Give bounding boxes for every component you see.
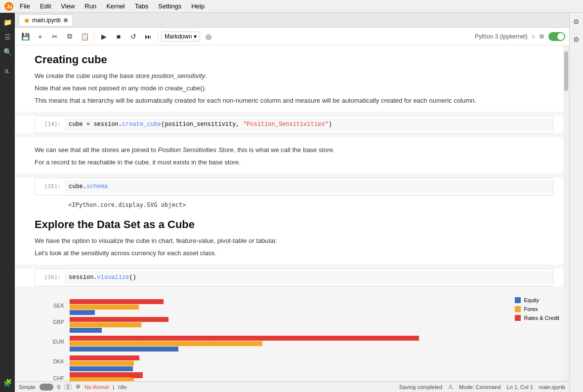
svg-rect-40: [70, 377, 131, 381]
warn-icon: ⚠: [448, 384, 453, 390]
code-cell-15[interactable]: [15]: cube.schema: [35, 178, 553, 196]
dropdown-arrow: ▾: [194, 33, 197, 40]
tab-filename: main.ipynb: [32, 17, 61, 24]
tab-modified-dot: [64, 18, 68, 22]
menu-kernel[interactable]: Kernel: [102, 1, 129, 11]
chart-svg-area: SEK GBP EUR DKK CHF 0 1 2 3: [44, 295, 505, 381]
sidebar-search-icon[interactable]: 🔍: [2, 46, 13, 57]
legend-equity-label: Equity: [524, 297, 539, 303]
output-para-2: For a record to be reachable in the cube…: [35, 157, 553, 168]
menu-help[interactable]: Help: [187, 1, 208, 11]
svg-rect-29: [70, 355, 139, 360]
paste-button[interactable]: 📋: [78, 30, 91, 43]
para-1-1: We create the cube using the base store …: [35, 71, 553, 81]
svg-text:SEK: SEK: [53, 303, 65, 309]
scrollbar-track[interactable]: [563, 45, 569, 381]
toggle-knob: [557, 33, 564, 40]
run-button[interactable]: ▶: [97, 30, 110, 43]
code-text-14-string: "Position_Sensitivities": [243, 121, 329, 128]
app-logo: Ju: [4, 1, 14, 11]
svg-rect-24: [70, 322, 141, 327]
fast-forward-button[interactable]: ⏭: [142, 30, 155, 43]
simple-toggle[interactable]: [40, 384, 53, 391]
code-text-14-close: ): [329, 121, 332, 128]
kernel-spinner[interactable]: ◎: [202, 30, 215, 43]
code-cell-16[interactable]: [16]: session.visualize(): [35, 269, 553, 286]
saving-status: Saving completed: [399, 384, 442, 390]
notebook-content[interactable]: Creating cube We create the cube using t…: [15, 45, 569, 381]
svg-rect-20: [70, 299, 164, 304]
menu-settings[interactable]: Settings: [154, 1, 185, 11]
legend-equity-color: [515, 297, 521, 303]
kernel-sep: |: [113, 384, 114, 390]
status-bar: Simple 0 2 ⚙ No Kernel | Idle Saving com…: [15, 381, 569, 392]
copy-button[interactable]: ⧉: [63, 30, 76, 43]
mode-label: Simple: [19, 384, 36, 390]
restart-button[interactable]: ↺: [127, 30, 140, 43]
code-text-16-prefix: session.: [69, 274, 97, 281]
settings-icon[interactable]: ⚙: [539, 33, 544, 40]
notebook-tab[interactable]: ◉ main.ipynb: [19, 14, 73, 26]
svg-rect-26: [70, 336, 419, 341]
toolbar: 💾 + ✂ ⧉ 📋 ▶ ■ ↺ ⏭ Markdown ▾ ◎ Python 3 …: [15, 28, 569, 45]
heading-explore: Explore the Data Set as a Cube: [35, 218, 553, 231]
cell-container-markdown-2: Explore the Data Set as a Cube We have t…: [15, 210, 563, 265]
code-text-15-prop: schema: [86, 183, 108, 190]
sidebar-user-icon[interactable]: a.: [2, 65, 13, 76]
para-1-2: Note that we have not passed in any mode…: [35, 83, 553, 94]
tab-bar: ◉ main.ipynb: [15, 13, 569, 28]
para-1-3: This means that a hierarchy will be auto…: [35, 96, 553, 106]
cell-number-15: [15]:: [35, 180, 65, 190]
code-text-15-prefix: cube.: [69, 183, 86, 190]
save-button[interactable]: 💾: [19, 30, 32, 43]
right-sidebar: ⚙ ⚙: [569, 13, 583, 392]
stop-button[interactable]: ■: [112, 30, 125, 43]
toolbar-right: Python 3 (ipykernel) ○ ⚙: [475, 32, 565, 41]
cell-type-dropdown[interactable]: Markdown ▾: [161, 32, 200, 41]
simple-mode-toggle[interactable]: [548, 32, 565, 41]
cell-container-code-2: [15]: cube.schema <IPython.core.display.…: [15, 178, 563, 210]
para-2-1: We have the option to visualize the cube…: [35, 236, 553, 246]
menu-run[interactable]: Run: [81, 1, 100, 11]
right-settings-icon[interactable]: ⚙: [572, 17, 582, 27]
ln-col: Ln 1, Col 1: [507, 384, 533, 390]
menu-file[interactable]: File: [16, 1, 34, 11]
menu-edit[interactable]: Edit: [36, 1, 55, 11]
idle-status: Idle: [118, 384, 127, 390]
para-2-2: Let's look at the sensitivity across cur…: [35, 248, 553, 259]
scrollbar-thumb[interactable]: [564, 51, 568, 91]
tab-icon: ◉: [24, 17, 29, 24]
output-text-1: We can see that all the stores are joine…: [35, 137, 553, 174]
code-content-16[interactable]: session.visualize(): [65, 271, 553, 284]
cut-button[interactable]: ✂: [48, 30, 61, 43]
code-content-15[interactable]: cube.schema: [65, 180, 553, 193]
sidebar-menu-icon[interactable]: ☰: [2, 32, 13, 42]
cell-container-code-3: [16]: session.visualize(): [15, 269, 563, 286]
legend-rates-label: Rates & Credit: [524, 315, 559, 321]
sidebar-folder-icon[interactable]: 📁: [2, 17, 13, 28]
kernel-name: Python 3 (ipykernel): [475, 33, 528, 40]
toolbar-separator-1: [94, 32, 94, 41]
legend-forex-label: Forex: [524, 306, 538, 312]
sidebar-puzzle-icon[interactable]: 🧩: [2, 377, 13, 388]
settings-status-icon[interactable]: ⚙: [76, 384, 81, 390]
cell-number-14: [14]:: [35, 118, 65, 127]
status-right: Saving completed ⚠ Mode: Command Ln 1, C…: [399, 384, 565, 390]
legend-forex-color: [515, 306, 521, 312]
left-sidebar: 📁 ☰ 🔍 a. 🧩: [0, 13, 15, 392]
code-content-14[interactable]: cube = session.create_cube(position_sens…: [65, 118, 553, 131]
heading-creating-cube: Creating cube: [35, 53, 553, 66]
menu-view[interactable]: View: [57, 1, 79, 11]
svg-rect-28: [70, 347, 178, 352]
menu-bar: Ju File Edit View Run Kernel Tabs Settin…: [0, 0, 583, 13]
legend-rates: Rates & Credit: [515, 315, 559, 321]
right-gear-icon[interactable]: ⚙: [572, 35, 582, 44]
svg-text:CHF: CHF: [53, 375, 64, 381]
svg-rect-39: [70, 372, 143, 377]
code-text-16-method: visualize: [97, 274, 129, 281]
code-cell-14[interactable]: [14]: cube = session.create_cube(positio…: [35, 116, 553, 133]
svg-text:EUR: EUR: [53, 339, 64, 345]
add-cell-button[interactable]: +: [34, 30, 46, 43]
menu-tabs[interactable]: Tabs: [131, 1, 152, 11]
legend-equity: Equity: [515, 297, 559, 303]
